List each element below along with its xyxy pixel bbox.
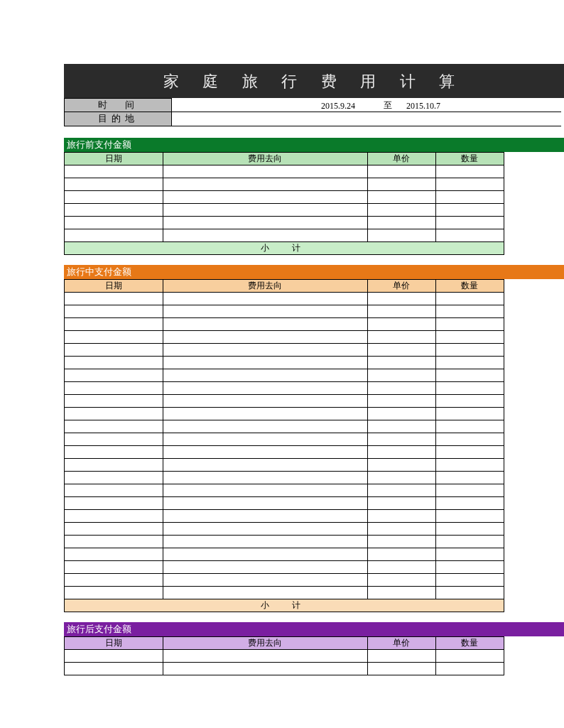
- cell[interactable]: [435, 497, 504, 510]
- cell[interactable]: [65, 561, 163, 574]
- cell[interactable]: [367, 165, 435, 178]
- cell[interactable]: [435, 217, 504, 229]
- cell[interactable]: [435, 420, 504, 433]
- cell[interactable]: [163, 382, 367, 395]
- cell[interactable]: [435, 382, 504, 395]
- cell[interactable]: [65, 178, 163, 191]
- cell[interactable]: [367, 472, 435, 484]
- cell[interactable]: [367, 369, 435, 382]
- cell[interactable]: [435, 472, 504, 484]
- cell[interactable]: [435, 331, 504, 344]
- cell[interactable]: [65, 497, 163, 510]
- cell[interactable]: [65, 331, 163, 344]
- cell[interactable]: [65, 484, 163, 497]
- cell[interactable]: [435, 178, 504, 191]
- cell[interactable]: [367, 663, 435, 675]
- cell[interactable]: [435, 204, 504, 217]
- cell[interactable]: [65, 229, 163, 242]
- cell[interactable]: [367, 217, 435, 229]
- cell[interactable]: [163, 663, 367, 675]
- cell[interactable]: [435, 293, 504, 305]
- cell[interactable]: [163, 293, 367, 305]
- cell[interactable]: [163, 548, 367, 561]
- cell[interactable]: [367, 357, 435, 369]
- cell[interactable]: [435, 165, 504, 178]
- cell[interactable]: [435, 446, 504, 459]
- cell[interactable]: [163, 408, 367, 420]
- cell[interactable]: [367, 331, 435, 344]
- cell[interactable]: [435, 650, 504, 663]
- cell[interactable]: [435, 305, 504, 318]
- cell[interactable]: [163, 217, 367, 229]
- cell[interactable]: [435, 433, 504, 446]
- cell[interactable]: [65, 318, 163, 331]
- cell[interactable]: [65, 382, 163, 395]
- cell[interactable]: [367, 433, 435, 446]
- cell[interactable]: [435, 408, 504, 420]
- cell[interactable]: [163, 650, 367, 663]
- cell[interactable]: [65, 510, 163, 523]
- cell[interactable]: [435, 191, 504, 204]
- cell[interactable]: [65, 459, 163, 472]
- cell[interactable]: [435, 459, 504, 472]
- cell[interactable]: [163, 204, 367, 217]
- cell[interactable]: [435, 369, 504, 382]
- cell[interactable]: [367, 229, 435, 242]
- cell[interactable]: [163, 536, 367, 548]
- cell[interactable]: [163, 178, 367, 191]
- cell[interactable]: [163, 497, 367, 510]
- cell[interactable]: [435, 574, 504, 587]
- cell[interactable]: [163, 369, 367, 382]
- cell[interactable]: [163, 433, 367, 446]
- cell[interactable]: [435, 523, 504, 536]
- cell[interactable]: [163, 229, 367, 242]
- cell[interactable]: [163, 344, 367, 357]
- cell[interactable]: [65, 574, 163, 587]
- cell[interactable]: [163, 331, 367, 344]
- cell[interactable]: [65, 420, 163, 433]
- cell[interactable]: [163, 561, 367, 574]
- cell[interactable]: [367, 178, 435, 191]
- cell[interactable]: [65, 433, 163, 446]
- cell[interactable]: [435, 357, 504, 369]
- cell[interactable]: [65, 548, 163, 561]
- cell[interactable]: [65, 587, 163, 599]
- cell[interactable]: [367, 191, 435, 204]
- cell[interactable]: [435, 395, 504, 408]
- cell[interactable]: [163, 472, 367, 484]
- cell[interactable]: [435, 561, 504, 574]
- cell[interactable]: [163, 305, 367, 318]
- cell[interactable]: [163, 395, 367, 408]
- cell[interactable]: [65, 191, 163, 204]
- cell[interactable]: [435, 318, 504, 331]
- cell[interactable]: [65, 344, 163, 357]
- cell[interactable]: [435, 587, 504, 599]
- cell[interactable]: [65, 293, 163, 305]
- cell[interactable]: [65, 369, 163, 382]
- cell[interactable]: [65, 408, 163, 420]
- cell[interactable]: [435, 229, 504, 242]
- cell[interactable]: [367, 548, 435, 561]
- cell[interactable]: [435, 344, 504, 357]
- cell[interactable]: [163, 446, 367, 459]
- cell[interactable]: [367, 574, 435, 587]
- cell[interactable]: [65, 357, 163, 369]
- cell[interactable]: [367, 382, 435, 395]
- cell[interactable]: [367, 408, 435, 420]
- cell[interactable]: [65, 523, 163, 536]
- cell[interactable]: [65, 536, 163, 548]
- cell[interactable]: [367, 459, 435, 472]
- cell[interactable]: [367, 523, 435, 536]
- cell[interactable]: [367, 536, 435, 548]
- cell[interactable]: [367, 650, 435, 663]
- cell[interactable]: [367, 587, 435, 599]
- cell[interactable]: [435, 484, 504, 497]
- cell[interactable]: [163, 318, 367, 331]
- cell[interactable]: [435, 536, 504, 548]
- cell[interactable]: [367, 395, 435, 408]
- cell[interactable]: [163, 587, 367, 599]
- cell[interactable]: [65, 650, 163, 663]
- cell[interactable]: [163, 357, 367, 369]
- cell[interactable]: [65, 165, 163, 178]
- cell[interactable]: [367, 510, 435, 523]
